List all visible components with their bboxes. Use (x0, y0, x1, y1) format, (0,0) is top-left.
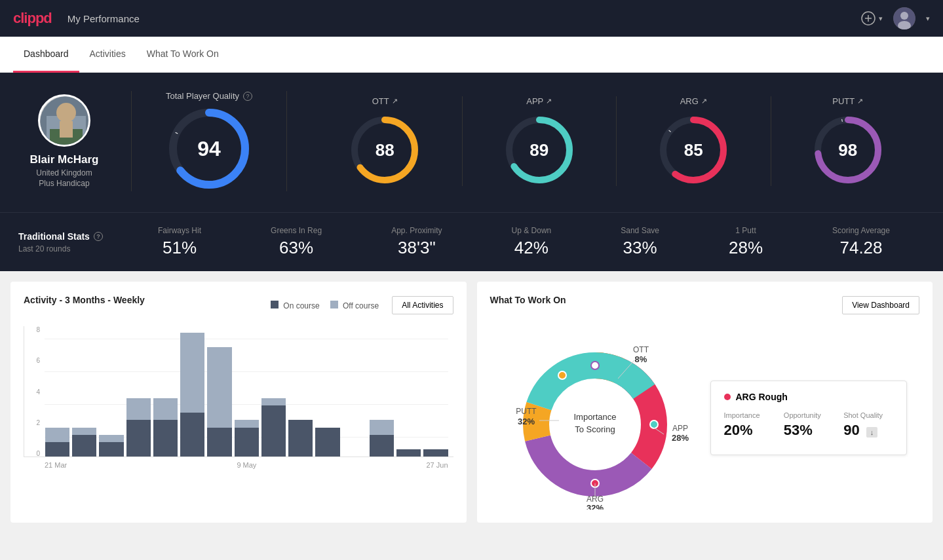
x-label-may: 9 May (237, 461, 256, 469)
svg-text:APP: APP (672, 424, 687, 433)
metric-shot-quality-label: Shot Quality (843, 411, 893, 419)
stat-value-ud: 42% (514, 238, 548, 258)
total-quality-info-icon[interactable]: ? (243, 92, 252, 101)
bar-on-2 (99, 442, 123, 457)
stat-value-gir: 63% (279, 238, 313, 258)
chart-title: Activity - 3 Months - Weekly (24, 295, 145, 305)
svg-point-32 (650, 420, 658, 428)
x-labels: 21 Mar 9 May 27 Jun (24, 461, 453, 469)
bar-off-12 (370, 420, 394, 434)
app-label: APP ↗ (526, 96, 552, 106)
info-card-title: ARG Rough (724, 392, 893, 402)
x-label-mar: 21 Mar (45, 461, 67, 469)
divider-vertical (131, 91, 132, 191)
score-app: APP ↗ 89 (463, 96, 617, 186)
ott-label: OTT ↗ (372, 96, 398, 106)
stat-name-fh: Fairways Hit (158, 226, 201, 235)
activity-chart-panel: Activity - 3 Months - Weekly On course O… (10, 282, 467, 523)
tab-activities[interactable]: Activities (79, 37, 136, 73)
score-arg: ARG ↗ 85 (617, 96, 771, 186)
bar-group-12 (370, 420, 394, 457)
bar-group-9 (288, 420, 313, 457)
hero-top: Blair McHarg United Kingdom Plus Handica… (18, 91, 925, 191)
wtwo-donut-wrapper: Importance To Scoring OTT 8% APP 28% (490, 326, 700, 510)
bar-off-1 (72, 428, 96, 435)
header-title: My Performance (67, 13, 140, 24)
y-label-6: 6 (24, 357, 43, 364)
player-photo (40, 96, 90, 147)
stat-up-down: Up & Down 42% (512, 226, 552, 258)
app-donut: 89 (503, 114, 575, 186)
bar-on-14 (423, 449, 448, 457)
stat-app-proximity: App. Proximity 38'3" (391, 226, 442, 258)
user-dropdown-arrow[interactable]: ▾ (926, 14, 930, 23)
y-label-0: 0 (24, 450, 43, 457)
stat-name-ss: Sand Save (621, 226, 659, 235)
svg-point-34 (558, 371, 566, 379)
user-avatar[interactable] (893, 7, 915, 29)
putt-donut: 98 (812, 114, 884, 186)
traditional-stats-section: Traditional Stats ? Last 20 rounds Fairw… (0, 212, 943, 271)
x-label-jun: 27 Jun (426, 461, 448, 469)
arg-info-card: ARG Rough Importance 20% Opportunity 53%… (710, 381, 907, 455)
view-dashboard-button[interactable]: View Dashboard (842, 296, 919, 314)
total-quality-value: 94 (197, 137, 221, 161)
svg-text:Importance: Importance (573, 412, 616, 422)
app-value: 89 (529, 140, 548, 160)
metric-shot-quality: Shot Quality 90 ↓ (843, 411, 893, 439)
bar-on-8 (261, 405, 286, 457)
bar-off-4 (153, 398, 178, 420)
arg-donut: 85 (657, 114, 729, 186)
bar-off-6 (207, 347, 231, 427)
y-label-8: 8 (24, 326, 43, 333)
svg-text:28%: 28% (671, 433, 688, 443)
total-quality-label: Total Player Quality ? (166, 91, 252, 101)
bar-on-12 (370, 435, 394, 457)
y-label-2: 2 (24, 419, 43, 426)
arg-label: ARG ↗ (680, 96, 707, 106)
total-quality-donut: 94 (166, 106, 252, 191)
stat-name-ud: Up & Down (512, 226, 552, 235)
bar-on-13 (396, 449, 421, 457)
y-label-4: 4 (24, 388, 43, 396)
plus-circle-icon (860, 10, 876, 26)
bar-on-6 (207, 428, 231, 457)
divider-vertical-2 (286, 91, 287, 191)
svg-text:To Scoring: To Scoring (575, 424, 615, 434)
trad-period: Last 20 rounds (18, 244, 123, 253)
wtwo-content: Importance To Scoring OTT 8% APP 28% (490, 326, 920, 510)
stat-value-ss: 33% (623, 238, 657, 258)
chart-area: 0 2 4 6 8 21 Mar 9 May 27 Jun (24, 326, 453, 470)
bar-off-5 (180, 333, 204, 413)
bar-on-9 (288, 420, 313, 457)
metric-shot-quality-value: 90 ↓ (843, 422, 893, 439)
legend-off-dot (330, 301, 338, 308)
legend-on-course: On course (271, 301, 320, 310)
bar-group-0 (45, 428, 69, 457)
nav-tabs: Dashboard Activities What To Work On (0, 37, 943, 73)
all-activities-button[interactable]: All Activities (392, 296, 453, 314)
metric-opportunity: Opportunity 53% (784, 411, 833, 439)
tab-dashboard[interactable]: Dashboard (13, 37, 79, 73)
bar-on-10 (315, 428, 339, 457)
stat-value-ap: 38'3" (398, 238, 436, 258)
metric-importance-label: Importance (724, 411, 773, 419)
user-avatar-icon (893, 7, 915, 29)
legend-on-dot (271, 301, 279, 308)
add-button[interactable]: ▾ (860, 10, 883, 26)
svg-point-4 (900, 12, 908, 20)
stat-sand-save: Sand Save 33% (621, 226, 659, 258)
add-dropdown-arrow: ▾ (879, 14, 883, 23)
what-to-work-on-panel: What To Work On View Dashboard (477, 282, 933, 523)
stat-name-ap: App. Proximity (391, 226, 442, 235)
svg-text:32%: 32% (586, 503, 603, 510)
trad-info-icon[interactable]: ? (94, 232, 103, 241)
stat-greens-in-reg: Greens In Reg 63% (271, 226, 322, 258)
arg-value: 85 (684, 140, 703, 160)
tab-what-to-work-on[interactable]: What To Work On (136, 37, 229, 73)
bar-on-5 (180, 413, 204, 457)
header: clippd My Performance ▾ ▾ (0, 0, 943, 37)
trad-title: Traditional Stats ? (18, 231, 123, 242)
wtwo-title: What To Work On (490, 295, 566, 305)
metric-opportunity-label: Opportunity (784, 411, 833, 419)
